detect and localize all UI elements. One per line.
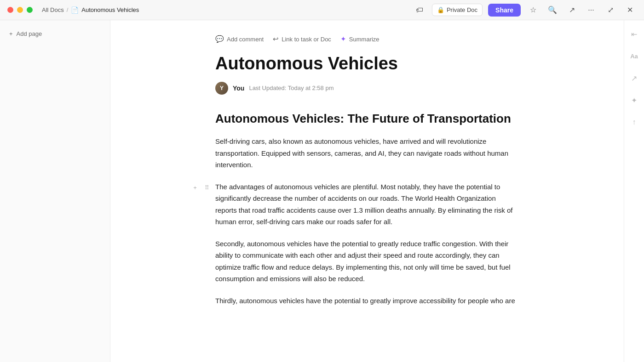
comment-icon: 💬 (215, 35, 224, 43)
link-to-task-label: Link to task or Doc (282, 36, 331, 43)
export-icon-button[interactable]: ↗ (565, 3, 579, 17)
star-icon-button[interactable]: ☆ (526, 3, 540, 17)
content-area: 💬 Add comment ↩ Link to task or Doc ✦ Su… (110, 20, 624, 362)
more-options-button[interactable]: ··· (584, 3, 598, 17)
summarize-icon: ✦ (340, 35, 346, 43)
doc-toolbar: 💬 Add comment ↩ Link to task or Doc ✦ Su… (215, 34, 519, 44)
share-sidebar-icon[interactable]: ↗ (628, 72, 641, 85)
tag-icon-button[interactable]: 🏷 (413, 3, 426, 17)
add-comment-label: Add comment (227, 36, 264, 43)
add-comment-button[interactable]: 💬 Add comment (215, 34, 264, 44)
add-page-icon: + (9, 30, 13, 37)
author-name: You (233, 85, 244, 92)
breadcrumb: All Docs / 📄 Autonomous Vehicles (42, 6, 139, 14)
link-to-task-button[interactable]: ↩ Link to task or Doc (273, 34, 331, 44)
add-page-label: Add page (17, 30, 42, 37)
maximize-button[interactable] (27, 7, 33, 13)
breadcrumb-all-docs[interactable]: All Docs (42, 6, 64, 13)
doc-content: 💬 Add comment ↩ Link to task or Doc ✦ Su… (188, 20, 546, 344)
summarize-label: Summarize (349, 36, 380, 43)
share-button[interactable]: Share (488, 4, 521, 17)
sidebar-collapse-icon[interactable]: ⇤ (628, 28, 641, 40)
block-controls: + ⠿ (190, 183, 212, 193)
last-updated: Last Updated: Today at 2:58 pm (249, 85, 334, 91)
doc-block-2: + ⠿ The advantages of autonomous vehicle… (215, 181, 519, 228)
minimize-button[interactable] (17, 7, 23, 13)
doc-icon: 📄 (71, 6, 79, 14)
doc-paragraph-4: Thirdly, autonomous vehicles have the po… (215, 295, 519, 307)
add-block-button[interactable]: + (190, 183, 200, 193)
lock-icon: 🔒 (437, 6, 444, 13)
doc-paragraph-1: Self-driving cars, also known as autonom… (215, 136, 519, 171)
link-icon: ↩ (273, 35, 279, 43)
traffic-lights (7, 7, 33, 13)
font-size-icon[interactable]: Aa (628, 50, 641, 62)
main-layout: + Add page 💬 Add comment ↩ Link to task … (0, 20, 644, 362)
doc-title: Autonomous Vehicles (215, 53, 519, 74)
titlebar-right: 🏷 🔒 Private Doc Share ☆ 🔍 ↗ ··· ⤢ ✕ (413, 3, 637, 17)
right-sidebar: ⇤ Aa ↗ ✦ ↑ (624, 20, 644, 362)
doc-heading: Autonomous Vehicles: The Future of Trans… (215, 111, 519, 127)
sidebar: + Add page (0, 20, 110, 362)
doc-paragraph-3: Secondly, autonomous vehicles have the p… (215, 238, 519, 285)
close-icon-button[interactable]: ✕ (623, 3, 637, 17)
expand-icon-button[interactable]: ⤢ (604, 3, 617, 17)
private-doc-button[interactable]: 🔒 Private Doc (432, 4, 483, 16)
author-row: Y You Last Updated: Today at 2:58 pm (215, 82, 519, 95)
upload-sidebar-icon[interactable]: ↑ (628, 116, 641, 129)
titlebar: All Docs / 📄 Autonomous Vehicles 🏷 🔒 Pri… (0, 0, 644, 20)
add-page-button[interactable]: + Add page (6, 28, 104, 40)
avatar: Y (215, 82, 228, 95)
search-icon-button[interactable]: 🔍 (546, 3, 559, 17)
private-doc-label: Private Doc (447, 6, 477, 13)
drag-block-button[interactable]: ⠿ (202, 183, 212, 193)
summarize-button[interactable]: ✦ Summarize (340, 34, 380, 44)
doc-paragraph-2[interactable]: The advantages of autonomous vehicles ar… (215, 181, 519, 228)
breadcrumb-separator: / (67, 6, 69, 13)
sparkle-sidebar-icon[interactable]: ✦ (628, 94, 641, 107)
close-button[interactable] (7, 7, 13, 13)
breadcrumb-current-doc: Autonomous Vehicles (81, 6, 139, 13)
